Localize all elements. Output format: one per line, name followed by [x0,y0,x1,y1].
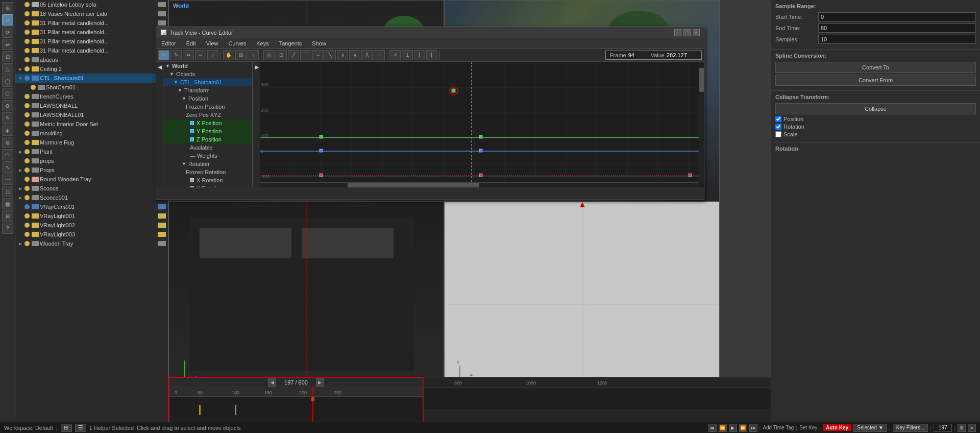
tree-item-pillar3[interactable]: 31 Pillar metal candlehold... [15,37,168,46]
workspace-list-icon[interactable]: ☰ [75,424,86,432]
toolbar-pencil[interactable]: ✎ [170,50,182,60]
tree-item-vases[interactable]: 18 Vases Niedermaier Lido [15,9,168,18]
toolbar-icon-hex[interactable]: ⬡ [2,88,13,99]
toolbar-icon-pencil[interactable]: ✎ [2,112,13,124]
tree-item-murmure-rug[interactable]: Murmure Rug [15,138,168,147]
curve-panel[interactable]: 300 200 100 0 -100 [260,62,704,187]
tree-item-pillar1[interactable]: 31 Pillar metal candlehold... [15,18,168,28]
toolbar-icon-gear[interactable]: ⚙ [2,100,13,111]
tree-item-abacus[interactable]: abacus [15,55,168,64]
toolbar-scale[interactable]: ⇔ [183,50,194,60]
toolbar-icon-help[interactable]: ? [2,223,13,234]
tree-item-metric-door[interactable]: Metric Interior Door Set [15,119,168,129]
curve-h-scrollbar[interactable] [260,182,699,187]
toolbar-icon-diamond[interactable]: ◈ [2,125,13,136]
curve-h-thumb[interactable] [348,183,479,187]
tree-item-pillar2[interactable]: 31 Pillar metal candlehold... [15,28,168,37]
options-icon[interactable]: ≡ [968,424,976,432]
tree-item-sconce[interactable]: ▶ Sconce [15,184,168,193]
menu-keys[interactable]: Keys [253,38,272,48]
timeline-prev-btn[interactable]: ◀ [268,378,276,387]
position-checkbox[interactable] [775,116,781,122]
toolbar-tangent-8[interactable]: ⌐ [374,50,385,60]
menu-tangents[interactable]: Tangents [276,38,305,48]
toolbar-tangent-2[interactable]: ⌒ [300,50,311,60]
curve-tree-y-rot[interactable]: Y Rotation [163,184,252,187]
toolbar-icon-move[interactable]: ↗ [2,14,13,26]
curve-tree-world[interactable]: ▼ World [163,62,252,70]
curve-tree-available[interactable]: Available [163,143,252,152]
curve-v-scrollbar[interactable] [699,62,704,182]
tree-item-ctl-shotcam01[interactable]: ▼ CTL_Shotcam01 [15,74,168,83]
toolbar-icon-ellipse[interactable]: ⬭ [2,149,13,160]
toolbar-icon-wave[interactable]: ∿ [2,161,13,173]
tree-item-vraylight003[interactable]: VRayLight003 [15,230,168,239]
curve-tree-transform[interactable]: ▼ Transform [163,86,252,94]
tree-item-ceiling2[interactable]: ▶ Ceiling 2 [15,64,168,74]
toolbar-pan[interactable]: ✋ [223,50,234,60]
value-input[interactable] [667,52,697,58]
toolbar-icon-rotate[interactable]: ⟳ [2,27,13,38]
playback-start-btn[interactable]: ⏮ [708,424,717,432]
menu-view[interactable]: View [203,38,222,48]
toolbar-key-2[interactable]: ⊥ [402,50,413,60]
convert-from-button[interactable]: Convert From [775,75,976,86]
menu-editor[interactable]: Editor [158,38,179,48]
tree-item-round-wooden-tray[interactable]: Round Wooden Tray [15,175,168,184]
curve-tree-x-pos[interactable]: X Position [163,119,252,127]
tree-item-pillar4[interactable]: 31 Pillar metal candlehold... [15,46,168,55]
toolbar-tangent-7[interactable]: /\ [361,50,373,60]
curve-canvas[interactable]: 300 200 100 0 -100 [260,62,704,187]
toolbar-icon-dots[interactable]: ⋯ [2,174,13,185]
playback-play-btn[interactable]: ▶ [729,424,737,432]
curve-tree-weights[interactable]: — Weights [163,152,252,160]
toolbar-tangent-1[interactable]: ╱ [288,50,299,60]
convert-to-button[interactable]: Convert To [775,62,976,73]
curve-tree-zero-pos[interactable]: Zero Pos XYZ [163,111,252,119]
workspace-icon[interactable]: ⊞ [61,424,72,432]
scale-checkbox[interactable] [775,131,781,137]
toolbar-icon-light[interactable]: △ [2,63,13,75]
curve-tree-frozen-pos[interactable]: Frozen Position [163,103,252,111]
selected-dropdown[interactable]: Selected ▼ [853,424,887,432]
toolbar-tangent-6[interactable]: ∨ [349,50,360,60]
tree-item-vraycam001[interactable]: VRayCam001 [15,202,168,211]
tree-item-vraylight002[interactable]: VRayLight002 [15,221,168,230]
toolbar-icon-sphere[interactable]: ◯ [2,76,13,87]
curve-tree-frozen-rot[interactable]: Frozen Rotation [163,168,252,176]
toolbar-icon-asterisk[interactable]: ⊛ [2,137,13,148]
samples-input[interactable] [818,35,976,44]
playback-next-btn[interactable]: ⏩ [739,424,747,432]
toolbar-move-keys[interactable]: ↖ [158,50,169,60]
toolbar-move-h[interactable]: ↔ [195,50,206,60]
tree-item-props-lower[interactable]: props [15,156,168,165]
toolbar-icon-grid2[interactable]: ▦ [2,198,13,209]
toolbar-key-4[interactable]: ⌊ [426,50,437,60]
curve-tree-ctl-shotcam[interactable]: ▼ CTL_Shotcam01 [163,78,252,86]
tree-scroll-up[interactable]: ◀ [156,62,163,187]
curve-tree-objects[interactable]: ▼ Objects [163,70,252,78]
curve-tree-x-rot[interactable]: X Rotation [163,176,252,184]
timeline-track[interactable] [169,397,423,422]
tree-item-sconce001[interactable]: ▶ Sconce001 [15,193,168,202]
auto-key-label[interactable]: Auto Key [823,424,851,431]
playback-prev-btn[interactable]: ⏪ [719,424,727,432]
toolbar-icon-layers[interactable]: ⊞ [2,210,13,222]
toolbar-icon-select[interactable]: ⊡ [2,51,13,62]
toolbar-zoom-fit[interactable]: ◎ [263,50,275,60]
tree-item-wooden-tray[interactable]: ▶ Wooden Tray [15,239,168,248]
toolbar-tangent-3[interactable]: ⌣ [312,50,324,60]
viewport-bottom-right[interactable]: x y z [444,202,720,402]
start-time-input[interactable] [818,12,976,21]
toolbar-move-v[interactable]: ↕ [207,50,218,60]
toolbar-icon-rect[interactable]: ◻ [2,186,13,197]
toolbar-tangent-4[interactable]: ╲ [325,50,336,60]
menu-edit[interactable]: Edit [183,38,199,48]
timeline-next-btn[interactable]: ▶ [316,378,324,387]
curve-tree-y-pos[interactable]: Y Position [163,127,252,135]
minimize-button[interactable]: ─ [674,29,681,36]
curve-tree-position[interactable]: ▼ Position [163,94,252,103]
toolbar-tangent-5[interactable]: ∧ [337,50,348,60]
menu-show[interactable]: Show [309,38,329,48]
tree-item-plant[interactable]: ▶ Plant [15,147,168,156]
